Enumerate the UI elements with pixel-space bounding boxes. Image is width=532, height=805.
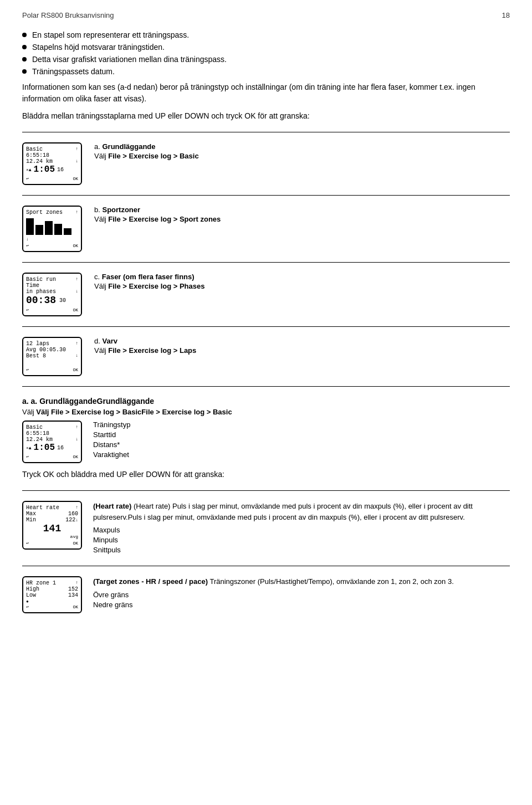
screen-c-arrow-down: ↓ [75,289,78,295]
sa-mult: ×▲ [26,445,32,450]
divider-6 [22,490,510,491]
exercise-sublabel-b: Välj File > Exercise log > Sport zones [94,215,510,223]
tz-desc-bold: (Target zones - HR / speed / pace) [93,577,208,586]
tz-high-label: High [26,586,39,592]
screen-a-line1: Basic [26,146,43,152]
sa-nav: ↩ OK [26,454,78,459]
divider-7 [22,566,510,566]
divider-3 [22,262,510,263]
page-number: 18 [502,11,510,19]
sa-label-2: Starttid [93,430,510,439]
screen-b-nav: ↩ OK [26,243,78,248]
bullet-dot [22,57,27,61]
exercise-content-a: a. Grundläggande Välj File > Exercise lo… [94,142,510,161]
hr-min-label: Min [26,517,36,523]
sa-nav-ok: OK [73,454,78,459]
hr-label: Heart rate [26,505,59,511]
bar-3 [45,221,53,235]
screen-a-line3: 12.24 km [26,158,53,165]
exercise-instruction-c: Välj [94,282,106,290]
bar-4 [54,224,62,235]
tz-high-row: High 152 [26,586,78,592]
exercise-row-a: Basic ↑ 6:55:18 12.24 km ↓ ×▲ 1:05 16 ↩ … [22,142,510,185]
page-header: Polar RS800 Bruksanvisning 18 [22,11,510,19]
hr-max-row: Max 160 [26,511,78,517]
screen-c-timer: 00:38 [26,295,56,306]
exercise-letter-c: c. [94,273,102,281]
bullet-text-4: Träningspassets datum. [32,67,115,76]
screen-d-line3: Best 8 [26,353,46,359]
bullet-dot [22,45,27,49]
tz-item-2: Nedre gräns [93,601,510,609]
sa-label-1: Träningstyp [93,421,510,429]
section-a-heading: a. a. GrundläggandeGrundläggande [22,397,510,406]
screen-b-nav-back: ↩ [26,243,29,248]
section-a-subheading: Välj Välj File > Exercise log > BasicFil… [22,408,510,416]
section-a-path-text: File > Exercise log > Basic [141,408,232,416]
bullet-text-3: Detta visar grafiskt variationen mellan … [32,55,227,64]
tz-item-1: Övre gräns [93,591,510,599]
hr-desc-text: (Heart rate) Puls i slag per minut, omvä… [93,502,473,521]
screen-b-bars [26,217,78,235]
exercise-row-c: Basic run ↑ Time in phases ↓ 00:38 30 ↩ … [22,273,510,316]
section-a-device: Basic ↑ 6:55:18 12.24 km ↓ ×▲ 1:05 16 ↩ … [22,421,82,463]
bullet-item-3: Detta visar grafiskt variationen mellan … [22,55,510,64]
screen-c-line2: Time [26,283,78,289]
bar-2 [35,225,43,235]
tz-dot-row: ● [26,598,78,603]
sa-bigval: 1:05 [34,443,55,453]
screen-a-nav-ok: OK [73,176,78,181]
sa-nav-back: ↩ [26,454,29,459]
hr-arrow-up: ↑ [75,505,78,511]
bullet-dot [22,69,27,74]
exercise-title-a: Grundläggande [102,142,155,151]
screen-c-nav-ok: OK [73,307,78,312]
screen-d-arrow-up: ↑ [75,341,78,347]
hr-max-val: 160 [68,511,78,517]
tz-low-val: 134 [68,592,78,598]
section-a-letter: a. [22,397,31,406]
screen-a-bigval: 1:05 [34,165,55,175]
sa-screen-line1: Basic [26,424,43,430]
exercise-label-d: d. Varv [94,337,510,345]
exercise-sublabel-c: Välj File > Exercise log > Phases [94,282,510,290]
tz-label: HR zone 1 [26,580,56,586]
bullet-item-4: Träningspassets datum. [22,67,510,76]
sa-screen-line2: 6:55:18 [26,430,78,437]
hr-min-row: Min 122↓ [26,517,78,523]
exercise-content-c: c. Faser (om flera faser finns) Välj Fil… [94,273,510,291]
screen-d-nav: ↩ OK [26,367,78,372]
tz-description: (Target zones - HR / speed / pace) Träni… [93,576,510,587]
divider-5 [22,386,510,387]
exercise-content-d: d. Varv Välj File > Exercise log > Laps [94,337,510,356]
divider-2 [22,195,510,196]
screen-a-nav: ↩ OK [26,176,78,181]
tz-low-label: Low [26,592,36,598]
exercise-letter-a: a. [94,142,102,151]
screen-a-line2: 6:55:18 [26,152,78,158]
hr-item-3: Snittpuls [93,546,510,554]
sa-arrow-up: ↑ [75,424,78,430]
hr-desc-bold: (Heart rate) [93,502,131,510]
exercise-label-c: c. Faser (om flera faser finns) [94,273,510,281]
bullet-text-2: Stapelns höjd motsvarar träningstiden. [32,43,165,52]
section-a-info: Träningstyp Starttid Distans* Varaktighe… [93,421,510,460]
exercise-path-c: File > Exercise log > Phases [108,282,204,290]
hr-nav-back: ↩ [26,541,29,546]
screen-c-line3: in phases [26,289,56,295]
screen-d-nav-ok: OK [73,367,78,372]
screen-c-line1: Basic run [26,276,56,283]
bar-1 [26,218,34,235]
targetzones-device: HR zone 1 ↑ High 152 Low 134 ● ↩ OK [22,576,82,613]
bar-5 [64,228,71,235]
exercise-sublabel-d: Välj File > Exercise log > Laps [94,346,510,355]
hr-item-2: Minpuls [93,536,510,544]
screen-d-line2: Avg 00:05.30 [26,347,78,353]
exercise-row-b: Sport zones ↑ ↓ ↩ OK [22,206,510,252]
exercise-label-b: b. Sportzoner [94,206,510,214]
intro-paragraph: Informationen som kan ses (a-d nedan) be… [22,81,510,105]
exercise-letter-d: d. [94,337,102,345]
heartrate-info: (Heart rate) (Heart rate) Puls i slag pe… [93,501,510,556]
section-a-row: Basic ↑ 6:55:18 12.24 km ↓ ×▲ 1:05 16 ↩ … [22,421,510,463]
hr-item-1: Maxpuls [93,526,510,534]
